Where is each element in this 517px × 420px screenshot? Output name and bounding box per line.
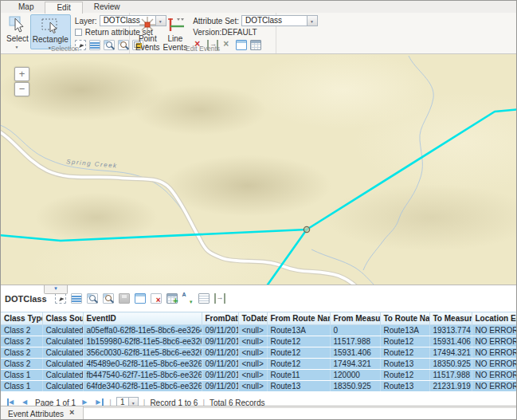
- column-header[interactable]: From Measure: [330, 312, 380, 325]
- table-cell: Class 2: [1, 325, 42, 336]
- table-row[interactable]: Class 2Calculateda05effa0-62f8-11e5-8bc6…: [1, 325, 517, 336]
- table-cell: 11517.988: [429, 370, 472, 381]
- table-cell: Calculated: [42, 359, 83, 370]
- show-selected-icon[interactable]: [71, 293, 82, 304]
- attribute-set-dropdown[interactable]: DOTClass: [241, 15, 318, 26]
- table-cell: <null>: [238, 336, 267, 347]
- column-header[interactable]: FromDate: [202, 312, 238, 325]
- layer-label: Layer:: [75, 17, 97, 26]
- table-cell: Class 2: [1, 359, 42, 370]
- attribute-toolbar-icons: [55, 293, 225, 304]
- map-features: [1, 54, 517, 285]
- table-cell: <null>: [238, 359, 267, 370]
- tab-edit[interactable]: Edit: [45, 2, 82, 14]
- return-attribute-set-checkbox[interactable]: [75, 29, 82, 36]
- table-cell: 356c0030-62f8-11e5-8bc6-ee32641d5ec9: [83, 347, 202, 359]
- table-cell: 09/11/2015: [202, 381, 238, 392]
- table-cell: Route11: [267, 370, 330, 381]
- table-cell: NO ERROR: [472, 347, 517, 359]
- table-cell: 09/11/2015: [202, 325, 238, 336]
- select-button[interactable]: Select: [5, 14, 30, 48]
- table-cell: Route13A: [380, 325, 429, 336]
- table-cell: Route12: [380, 347, 429, 359]
- ribbon-tab-strip: Map Edit Review: [1, 1, 516, 13]
- column-header[interactable]: To Measure: [429, 312, 472, 325]
- table-cell: 15931.406: [330, 347, 380, 359]
- table-cell: 1b159980-62f8-11e5-8bc6-ee32641d5ec9: [83, 336, 202, 347]
- table-row[interactable]: Class 1Calculated64fde340-62f8-11e5-8bc6…: [1, 381, 517, 392]
- column-header[interactable]: Class Type: [1, 312, 42, 325]
- edit-events-group: Point Events Line Events Attribute Set:: [130, 13, 276, 53]
- attribute-set-label: Attribute Set:: [193, 17, 239, 26]
- table-cell: Calculated: [42, 370, 83, 381]
- table-cell: Class 1: [1, 370, 42, 381]
- event-editor-window: Map Edit Review Select Rectangle: [0, 0, 517, 420]
- select-rows-icon[interactable]: [55, 293, 66, 304]
- save-icon[interactable]: [119, 293, 130, 304]
- event-attributes-panel: DOTClass Class TypeClass SourceEventIDFr…: [1, 285, 517, 420]
- column-header[interactable]: EventID: [83, 312, 202, 325]
- map-zoom-control: + −: [14, 67, 29, 97]
- tab-map[interactable]: Map: [7, 2, 45, 13]
- zoom-to-selected-icon[interactable]: [87, 293, 98, 304]
- table-cell: Class 1: [1, 381, 42, 392]
- panel-tab-bar: Event Attributes: [1, 406, 517, 420]
- table-cell: 15931.406: [429, 336, 472, 347]
- column-header[interactable]: Location Error: [472, 312, 517, 325]
- table-cell: 09/11/2015: [202, 359, 238, 370]
- delete-record-icon[interactable]: [151, 293, 162, 304]
- table-cell: Route13A: [267, 325, 330, 336]
- table-row[interactable]: Class 2Calculated4f5489e0-62f8-11e5-8bc6…: [1, 359, 517, 370]
- table-cell: 17494.321: [429, 347, 472, 359]
- selected-route-lines: [1, 109, 517, 285]
- column-header[interactable]: To Route Name: [380, 312, 429, 325]
- selection-group-label: Selection: [1, 45, 129, 53]
- table-cell: Route13: [380, 359, 429, 370]
- map-canvas[interactable]: Spring Creek + −: [1, 54, 517, 285]
- table-cell: Route12: [267, 347, 330, 359]
- measure-view-icon[interactable]: [214, 293, 225, 304]
- column-header[interactable]: ToDate: [238, 312, 267, 325]
- table-cell: Route13: [380, 381, 429, 392]
- sort-rows-icon[interactable]: [182, 293, 194, 304]
- table-row[interactable]: Class 1Calculatedfb447540-62f7-11e5-8bc6…: [1, 370, 517, 381]
- line-events-icon: [165, 15, 186, 34]
- table-cell: NO ERROR: [472, 381, 517, 392]
- table-cell: NO ERROR: [472, 370, 517, 381]
- close-icon[interactable]: [69, 410, 76, 418]
- table-cell: 21231.919: [429, 381, 472, 392]
- attribute-window-icon[interactable]: [135, 293, 146, 304]
- chevron-down-icon[interactable]: [307, 16, 317, 26]
- table-cell: 17494.321: [330, 359, 380, 370]
- table-cell: NO ERROR: [472, 336, 517, 347]
- table-cell: Route12: [267, 359, 330, 370]
- add-record-icon[interactable]: [166, 293, 178, 304]
- panel-title: DOTClass: [5, 294, 47, 304]
- column-header[interactable]: From Route Name: [267, 312, 330, 325]
- rectangle-select-icon: [40, 16, 61, 35]
- table-row[interactable]: Class 2Calculated1b159980-62f8-11e5-8bc6…: [1, 336, 517, 347]
- table-cell: Route12: [267, 336, 330, 347]
- pan-to-selected-icon[interactable]: [103, 293, 114, 304]
- table-cell: 11517.988: [330, 336, 380, 347]
- table-cell: <null>: [238, 370, 267, 381]
- form-view-icon[interactable]: [198, 293, 210, 304]
- table-cell: Class 2: [1, 336, 42, 347]
- table-cell: <null>: [238, 325, 267, 336]
- table-cell: <null>: [238, 347, 267, 359]
- zoom-out-button[interactable]: −: [14, 82, 29, 96]
- table-cell: 18350.925: [330, 381, 380, 392]
- table-cell: Route13: [267, 381, 330, 392]
- table-cell: a05effa0-62f8-11e5-8bc6-ee32641d5ec9: [83, 325, 202, 336]
- attribute-toolbar: DOTClass: [1, 285, 517, 312]
- tab-review[interactable]: Review: [83, 2, 131, 13]
- route-junction-marker[interactable]: [304, 226, 309, 232]
- tab-event-attributes[interactable]: Event Attributes: [1, 406, 84, 420]
- zoom-in-button[interactable]: +: [14, 67, 29, 81]
- column-header[interactable]: Class Source: [42, 312, 83, 325]
- ribbon: Select Rectangle Layer: DOTClass: [1, 13, 516, 54]
- selection-group: Select Rectangle Layer: DOTClass: [1, 13, 130, 53]
- panel-collapse-button[interactable]: [44, 285, 68, 294]
- table-row[interactable]: Class 2Calculated356c0030-62f8-11e5-8bc6…: [1, 347, 517, 359]
- table-cell: 4f5489e0-62f8-11e5-8bc6-ee32641d5ec9: [83, 359, 202, 370]
